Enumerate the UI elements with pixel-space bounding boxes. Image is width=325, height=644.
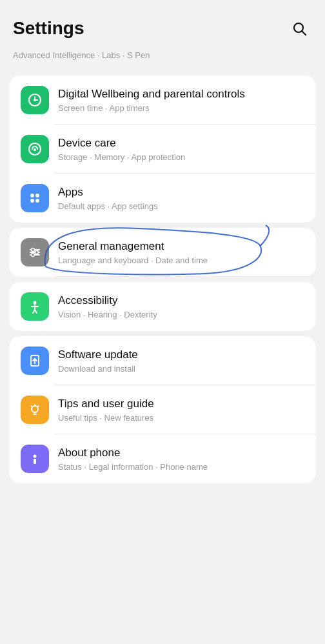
svg-point-29 (34, 455, 37, 458)
device-care-text: Device care Storage · Memory · App prote… (58, 136, 304, 161)
apps-icon (26, 190, 43, 206)
settings-group-2: General management Language and keyboard… (9, 228, 316, 277)
header: Settings (0, 0, 325, 48)
page-title: Settings (13, 18, 84, 39)
settings-group-1: Digital Wellbeing and parental controls … (9, 75, 316, 223)
sidebar-item-device-care[interactable]: Device care Storage · Memory · App prote… (9, 125, 316, 174)
digital-wellbeing-title: Digital Wellbeing and parental controls (58, 87, 304, 101)
sidebar-item-tips[interactable]: Tips and user guide Useful tips · New fe… (9, 385, 316, 434)
settings-group-3: Accessibility Vision · Hearing · Dexteri… (9, 282, 316, 331)
software-update-subtitle: Download and install (58, 364, 304, 374)
about-phone-title: About phone (58, 446, 304, 460)
svg-line-28 (38, 406, 39, 407)
sidebar-item-about-phone[interactable]: About phone Status · Legal information ·… (9, 434, 316, 483)
general-management-title: General management (58, 239, 304, 254)
accessibility-title: Accessibility (58, 294, 304, 308)
apps-text: Apps Default apps · App settings (58, 185, 304, 210)
about-phone-icon-wrap (21, 445, 49, 473)
wellbeing-icon (26, 92, 43, 108)
svg-point-23 (32, 406, 38, 412)
sidebar-item-digital-wellbeing[interactable]: Digital Wellbeing and parental controls … (9, 75, 316, 125)
device-care-icon-wrap (21, 135, 49, 163)
svg-line-1 (302, 32, 306, 35)
about-phone-icon (26, 450, 43, 467)
svg-point-6 (30, 194, 34, 197)
svg-line-20 (35, 310, 37, 313)
digital-wellbeing-text: Digital Wellbeing and parental controls … (58, 87, 304, 112)
about-phone-subtitle: Status · Legal information · Phone name (58, 462, 304, 472)
device-care-icon (26, 141, 43, 157)
sidebar-item-accessibility[interactable]: Accessibility Vision · Hearing · Dexteri… (9, 282, 316, 331)
software-update-icon-wrap (21, 347, 49, 375)
svg-point-8 (30, 199, 34, 203)
svg-line-27 (31, 406, 32, 407)
apps-title: Apps (58, 185, 304, 199)
software-update-icon (26, 352, 43, 369)
svg-point-9 (35, 199, 39, 203)
sidebar-item-software-update[interactable]: Software update Download and install (9, 336, 316, 385)
svg-point-14 (35, 251, 39, 254)
general-management-icon (26, 244, 43, 261)
svg-point-5 (34, 148, 36, 151)
software-update-title: Software update (58, 348, 304, 362)
svg-rect-30 (34, 459, 36, 464)
svg-point-7 (35, 194, 39, 197)
general-management-text: General management Language and keyboard… (58, 239, 304, 265)
accessibility-icon (26, 298, 43, 315)
device-care-subtitle: Storage · Memory · App protection (58, 152, 304, 162)
accessibility-subtitle: Vision · Hearing · Dexterity (58, 310, 304, 319)
device-care-title: Device care (58, 136, 304, 150)
tips-title: Tips and user guide (58, 397, 304, 411)
sidebar-item-general-management[interactable]: General management Language and keyboard… (9, 228, 316, 277)
digital-wellbeing-icon-wrap (21, 86, 49, 114)
apps-icon-wrap (21, 184, 49, 212)
svg-point-3 (34, 99, 36, 101)
settings-group-4: Software update Download and install Tip… (9, 336, 316, 483)
tips-icon-wrap (21, 396, 49, 424)
tips-subtitle: Useful tips · New features (58, 413, 304, 423)
search-button[interactable] (286, 15, 312, 41)
svg-point-15 (32, 254, 35, 257)
svg-point-13 (32, 248, 35, 252)
general-management-icon-wrap (21, 238, 49, 267)
sidebar-item-apps[interactable]: Apps Default apps · App settings (9, 174, 316, 223)
accessibility-icon-wrap (21, 292, 49, 321)
accessibility-text: Accessibility Vision · Hearing · Dexteri… (58, 294, 304, 319)
about-phone-text: About phone Status · Legal information ·… (58, 446, 304, 471)
tips-text: Tips and user guide Useful tips · New fe… (58, 397, 304, 422)
digital-wellbeing-subtitle: Screen time · App timers (58, 103, 304, 113)
software-update-text: Software update Download and install (58, 348, 304, 373)
search-icon (291, 21, 307, 36)
general-management-subtitle: Language and keyboard · Date and time (58, 256, 304, 265)
apps-subtitle: Default apps · App settings (58, 201, 304, 211)
tips-icon (26, 401, 43, 418)
breadcrumb: Advanced Intelligence · Labs · S Pen (0, 48, 325, 70)
